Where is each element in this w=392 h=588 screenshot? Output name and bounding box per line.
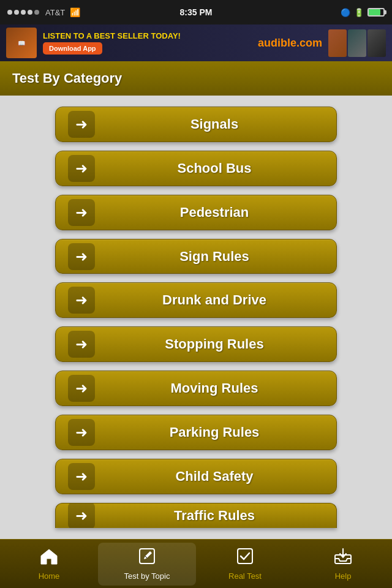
tab-icon-real-test [236, 548, 254, 569]
arrow-icon-moving-rules [68, 375, 95, 402]
arrow-icon-drunk-and-drive [68, 287, 95, 314]
category-button-sign-rules[interactable]: Sign Rules [55, 239, 337, 274]
arrow-icon-partial [68, 503, 95, 528]
tab-help[interactable]: Help [294, 543, 392, 586]
category-label-partial: Traffic Rules [105, 508, 324, 524]
category-label-signals: Signals [105, 116, 324, 132]
ad-headline: LISTEN TO A BEST SELLER TODAY! [43, 31, 252, 41]
tab-bar: Home Test by Topic Real Test Help [0, 539, 392, 588]
ad-headline-text: LISTEN TO A BEST SELLER TODAY! [43, 31, 181, 40]
ad-book-image: 📖 [6, 28, 37, 58]
signal-dot-2 [14, 10, 19, 15]
bluetooth-icon: 🔵 [341, 8, 350, 17]
ad-audible-logo: audible.com [258, 37, 322, 50]
category-button-parking-rules[interactable]: Parking Rules [55, 415, 337, 450]
ad-avatar-2 [348, 29, 366, 57]
signal-dot-5 [34, 10, 39, 15]
category-label-moving-rules: Moving Rules [105, 380, 324, 396]
tab-icon-home [40, 548, 58, 569]
ad-avatar-1 [328, 29, 347, 57]
category-label-pedestrian: Pedestrian [105, 205, 324, 221]
arrow-icon-school-bus [68, 155, 95, 182]
category-button-pedestrian[interactable]: Pedestrian [55, 195, 337, 230]
arrow-icon-pedestrian [68, 199, 95, 226]
arrow-icon-stopping-rules [68, 331, 95, 358]
category-label-stopping-rules: Stopping Rules [105, 336, 324, 352]
ad-avatar-3 [368, 29, 386, 57]
category-label-child-safety: Child Safety [105, 469, 324, 484]
status-right: 🔵 🔋 [341, 8, 385, 17]
page-title: Test By Category [12, 70, 122, 86]
tab-label-real-test: Real Test [228, 571, 262, 581]
tab-icon-help [334, 548, 352, 569]
status-bar: AT&T 📶 8:35 PM 🔵 🔋 [0, 0, 392, 24]
category-button-moving-rules[interactable]: Moving Rules [55, 371, 337, 406]
wifi-icon: 📶 [70, 7, 80, 17]
carrier-label: AT&T [45, 8, 65, 17]
tab-real-test[interactable]: Real Test [196, 543, 294, 586]
arrow-icon-parking-rules [68, 419, 95, 446]
ad-images [328, 29, 386, 57]
signal-dots [7, 10, 39, 15]
category-label-sign-rules: Sign Rules [105, 249, 324, 265]
battery-icon: 🔋 [354, 8, 364, 17]
arrow-icon-signals [68, 111, 95, 138]
battery-fill [369, 9, 380, 15]
tab-test-by-topic[interactable]: Test by Topic [98, 543, 196, 586]
signal-dot-4 [28, 10, 32, 15]
tab-icon-test-by-topic [138, 548, 156, 569]
tab-label-help: Help [335, 571, 352, 581]
arrow-icon-child-safety [68, 463, 95, 490]
signal-dot-3 [21, 10, 26, 15]
time-display: 8:35 PM [180, 7, 213, 17]
category-button-partial[interactable]: Traffic Rules [55, 503, 337, 528]
ad-text: LISTEN TO A BEST SELLER TODAY! Download … [43, 31, 252, 55]
category-label-parking-rules: Parking Rules [105, 424, 324, 440]
category-button-drunk-and-drive[interactable]: Drunk and Drive [55, 282, 337, 318]
signal-dot-1 [7, 10, 12, 15]
tab-label-home: Home [39, 571, 60, 581]
page-header: Test By Category [0, 61, 392, 96]
category-button-child-safety[interactable]: Child Safety [55, 459, 337, 494]
svg-rect-1 [238, 549, 252, 564]
category-button-school-bus[interactable]: School Bus [55, 151, 337, 186]
category-list: Signals School Bus Pedestrian Sign Rules… [0, 96, 392, 539]
ad-banner[interactable]: 📖 LISTEN TO A BEST SELLER TODAY! Downloa… [0, 24, 392, 61]
category-button-stopping-rules[interactable]: Stopping Rules [55, 326, 337, 362]
status-left: AT&T 📶 [7, 7, 80, 17]
category-button-signals[interactable]: Signals [55, 107, 337, 142]
tab-label-test-by-topic: Test by Topic [124, 571, 170, 581]
battery-indicator [368, 8, 385, 17]
arrow-icon-sign-rules [68, 243, 95, 270]
category-label-school-bus: School Bus [105, 160, 324, 176]
tab-home[interactable]: Home [0, 543, 98, 586]
ad-audible-label: audible.com [258, 37, 322, 49]
category-label-drunk-and-drive: Drunk and Drive [105, 292, 324, 308]
ad-download-button[interactable]: Download App [43, 42, 102, 55]
